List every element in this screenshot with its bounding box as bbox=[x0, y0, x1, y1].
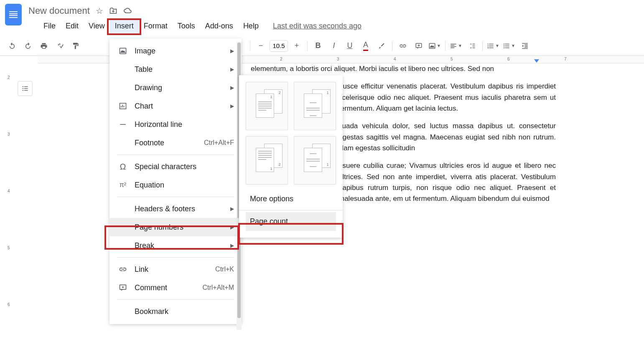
insert-dropdown: Image▶Table▶Drawing▶Chart▶Horizontal lin… bbox=[109, 38, 242, 324]
menu-item-label: Break bbox=[135, 241, 230, 250]
insert-comment[interactable]: CommentCtrl+Alt+M bbox=[109, 278, 242, 297]
insert-link-button[interactable] bbox=[396, 39, 410, 53]
more-options-item[interactable]: More options bbox=[246, 190, 336, 208]
insert-bookmark[interactable]: Bookmark bbox=[109, 302, 242, 321]
star-icon[interactable]: ☆ bbox=[96, 6, 103, 16]
blank-icon bbox=[117, 240, 129, 251]
insert-headers-footers[interactable]: Headers & footers▶ bbox=[109, 200, 242, 218]
page-number-option-footer-skip-first[interactable]: 1 bbox=[294, 136, 336, 185]
italic-button[interactable]: I bbox=[327, 39, 341, 53]
menu-view[interactable]: View bbox=[84, 19, 110, 33]
shortcut-label: Ctrl+Alt+M bbox=[202, 284, 234, 291]
submenu-arrow-icon: ▶ bbox=[230, 48, 234, 54]
ruler-mark: 2 bbox=[280, 57, 283, 61]
menu-item-label: Special characters bbox=[135, 162, 234, 171]
line-spacing-button[interactable] bbox=[465, 39, 479, 53]
title-bar: New document ☆ bbox=[0, 0, 644, 18]
insert-horizontal-line[interactable]: Horizontal line bbox=[109, 115, 242, 134]
menu-tools[interactable]: Tools bbox=[173, 19, 200, 33]
underline-button[interactable]: U bbox=[343, 39, 357, 53]
align-button[interactable]: ▼ bbox=[449, 39, 463, 53]
blank-icon bbox=[117, 222, 129, 232]
omega-icon: Ω bbox=[117, 162, 129, 172]
shortcut-label: Ctrl+K bbox=[215, 266, 234, 273]
blank-icon bbox=[117, 138, 129, 148]
redo-button[interactable] bbox=[21, 39, 35, 53]
menu-item-label: Footnote bbox=[135, 139, 204, 147]
page-number-option-footer-all[interactable]: 2 1 bbox=[246, 136, 288, 185]
shortcut-label: Ctrl+Alt+F bbox=[204, 139, 234, 147]
page-count-item[interactable]: Page count bbox=[246, 212, 336, 231]
font-size-input[interactable] bbox=[270, 40, 288, 52]
menu-insert[interactable]: Insert bbox=[110, 19, 139, 33]
font-size-decrease[interactable]: − bbox=[254, 39, 268, 53]
submenu-arrow-icon: ▶ bbox=[230, 85, 234, 91]
right-indent-marker[interactable] bbox=[534, 59, 539, 63]
move-icon[interactable] bbox=[109, 7, 117, 15]
insert-image[interactable]: Image▶ bbox=[109, 42, 242, 60]
outline-toggle-button[interactable] bbox=[18, 81, 33, 96]
docs-logo[interactable] bbox=[5, 4, 22, 25]
menu-item-label: Drawing bbox=[135, 84, 230, 92]
insert-table[interactable]: Table▶ bbox=[109, 60, 242, 78]
page-number-option-header-skip-first[interactable]: 1 bbox=[294, 82, 336, 130]
insert-image-button[interactable]: ▼ bbox=[428, 39, 442, 53]
insert-link[interactable]: LinkCtrl+K bbox=[109, 260, 242, 278]
menu-edit[interactable]: Edit bbox=[61, 19, 84, 33]
menu-item-label: Link bbox=[135, 265, 215, 274]
insert-page-numbers[interactable]: Page numbers▶ bbox=[109, 218, 242, 236]
doc-text: suada vehicula dolor, sed luctus massa d… bbox=[339, 121, 556, 154]
comment-icon bbox=[117, 283, 129, 293]
numbered-list-button[interactable]: ▼ bbox=[486, 39, 500, 53]
menu-item-label: Equation bbox=[135, 181, 234, 190]
hline-icon bbox=[117, 119, 129, 129]
insert-footnote[interactable]: FootnoteCtrl+Alt+F bbox=[109, 134, 242, 152]
ruler-mark: 4 bbox=[394, 57, 396, 61]
page-number-option-header-all[interactable]: 2 1 bbox=[246, 82, 288, 130]
insert-chart[interactable]: Chart▶ bbox=[109, 97, 242, 115]
spellcheck-button[interactable] bbox=[53, 39, 67, 53]
doc-text: osuere cubilia curae; Vivamus ultricies … bbox=[339, 160, 556, 204]
decrease-indent-button[interactable] bbox=[518, 39, 532, 53]
menu-addons[interactable]: Add-ons bbox=[200, 19, 238, 33]
menu-item-label: Chart bbox=[135, 102, 230, 111]
menu-item-label: Image bbox=[135, 47, 230, 56]
font-size-increase[interactable]: + bbox=[290, 39, 304, 53]
chart-icon bbox=[117, 101, 129, 111]
link-icon bbox=[117, 264, 129, 274]
blank-icon bbox=[117, 204, 129, 214]
menu-file[interactable]: File bbox=[38, 19, 61, 33]
vertical-ruler[interactable]: 2 3 4 5 6 bbox=[7, 63, 14, 356]
menu-bar: File Edit View Insert Format Tools Add-o… bbox=[0, 18, 644, 33]
insert-break[interactable]: Break▶ bbox=[109, 236, 242, 255]
menu-item-label: Bookmark bbox=[135, 307, 234, 316]
highlight-button[interactable] bbox=[374, 39, 389, 53]
submenu-arrow-icon: ▶ bbox=[230, 243, 234, 248]
drawing-icon bbox=[117, 83, 129, 93]
menu-item-label: Horizontal line bbox=[135, 120, 234, 129]
bold-button[interactable]: B bbox=[311, 39, 325, 53]
undo-button[interactable] bbox=[5, 39, 19, 53]
text-color-button[interactable]: A bbox=[359, 39, 373, 53]
insert-equation[interactable]: π²Equation bbox=[109, 176, 242, 194]
bulleted-list-button[interactable]: ▼ bbox=[502, 39, 516, 53]
menu-format[interactable]: Format bbox=[139, 19, 173, 33]
insert-special-characters[interactable]: ΩSpecial characters bbox=[109, 157, 242, 176]
paint-format-button[interactable] bbox=[69, 39, 83, 53]
table-icon bbox=[117, 64, 129, 74]
document-title[interactable]: New document bbox=[28, 5, 90, 16]
print-button[interactable] bbox=[37, 39, 51, 53]
menu-item-label: Comment bbox=[135, 284, 202, 292]
image-icon bbox=[117, 46, 129, 56]
doc-text: Fusce efficitur venenatis placerat. Vest… bbox=[339, 81, 556, 114]
menu-item-label: Table bbox=[135, 65, 230, 74]
cloud-status-icon[interactable] bbox=[123, 6, 132, 15]
last-edit-link[interactable]: Last edit was seconds ago bbox=[273, 22, 361, 30]
ruler-mark: 6 bbox=[507, 57, 510, 61]
submenu-arrow-icon: ▶ bbox=[230, 66, 234, 72]
menu-help[interactable]: Help bbox=[238, 19, 264, 33]
insert-drawing[interactable]: Drawing▶ bbox=[109, 78, 242, 97]
blank-icon bbox=[117, 306, 129, 316]
toolbar: ▼ − + B I U A ▼ ▼ ▼ ▼ bbox=[0, 36, 644, 56]
insert-comment-button[interactable] bbox=[412, 39, 426, 53]
